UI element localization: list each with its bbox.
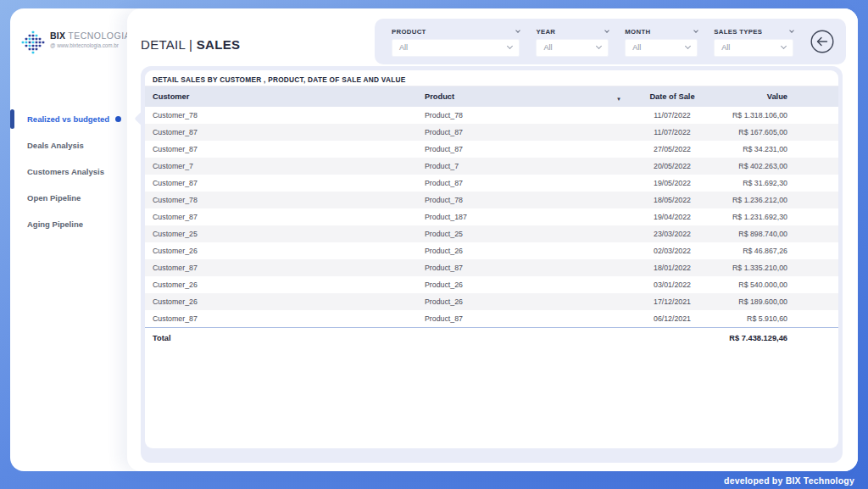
sidebar-item-aging-pipeline[interactable]: Aging Pipeline	[10, 211, 127, 237]
cell-date: 02/03/2022	[621, 247, 723, 255]
table-row[interactable]: Customer_78Product_7811/07/2022R$ 1.318.…	[145, 107, 838, 124]
sidebar-item-label: Aging Pipeline	[27, 219, 83, 229]
table-row[interactable]: Customer_26Product_2602/03/2022R$ 46.867…	[145, 242, 838, 259]
table-row[interactable]: Customer_87Product_8719/05/2022R$ 31.692…	[145, 175, 838, 192]
chevron-down-icon	[596, 42, 602, 48]
table-row[interactable]: Customer_87Product_8718/01/2022R$ 1.335.…	[145, 259, 838, 276]
cell-product: Product_7	[418, 162, 621, 170]
cell-date: 23/03/2022	[621, 230, 723, 238]
chevron-down-icon[interactable]	[604, 28, 609, 33]
cell-value: R$ 167.605,00	[723, 128, 838, 136]
cell-date: 06/12/2021	[621, 314, 723, 323]
filter-dropdown[interactable]: All	[714, 39, 793, 57]
brand-logo: BIX TECNOLOGIA @ www.bixtecnologia.com.b…	[21, 31, 131, 54]
cell-customer: Customer_25	[145, 230, 418, 238]
sidebar-item-open-pipeline[interactable]: Open Pipeline	[10, 185, 127, 211]
filter-sales-types: SALES TYPESAll	[714, 27, 793, 57]
table-row[interactable]: Customer_87Product_18719/04/2022R$ 1.231…	[145, 208, 838, 225]
chevron-down-icon[interactable]	[789, 28, 794, 33]
active-indicator-bar	[10, 109, 14, 129]
cell-value: R$ 898.740,00	[723, 230, 838, 238]
table-row[interactable]: Customer_25Product_2523/03/2022R$ 898.74…	[145, 225, 838, 242]
total-label: Total	[145, 334, 418, 342]
table-body: Customer_78Product_7811/07/2022R$ 1.318.…	[145, 107, 838, 327]
filter-year: YEARAll	[536, 27, 609, 57]
cell-customer: Customer_87	[145, 213, 418, 221]
cell-product: Product_25	[418, 230, 621, 238]
cell-product: Product_187	[418, 213, 621, 221]
column-header-date-of-sale[interactable]: Date of Sale	[621, 92, 723, 101]
cell-customer: Customer_87	[145, 179, 418, 187]
cell-value: R$ 34.231,00	[723, 145, 838, 153]
table-row[interactable]: Customer_26Product_2603/01/2022R$ 540.00…	[145, 276, 838, 293]
sidebar: BIX TECNOLOGIA @ www.bixtecnologia.com.b…	[10, 8, 127, 471]
filter-dropdown[interactable]: All	[625, 39, 698, 57]
sidebar-item-label: Customers Analysis	[27, 167, 104, 176]
cell-customer: Customer_26	[145, 297, 418, 306]
sidebar-item-customers-analysis[interactable]: Customers Analysis	[10, 158, 127, 185]
page-title-regular: DETAIL |	[141, 37, 192, 52]
cell-customer: Customer_87	[145, 145, 418, 153]
sort-descending-icon[interactable]: ▼	[616, 97, 621, 102]
table-row[interactable]: Customer_78Product_7818/05/2022R$ 1.236.…	[145, 192, 838, 208]
detail-sales-table: DETAIL SALES BY CUSTOMER , PRODUCT, DATE…	[145, 70, 838, 448]
filter-dropdown[interactable]: All	[392, 39, 520, 57]
table-row[interactable]: Customer_87Product_8727/05/2022R$ 34.231…	[145, 141, 838, 158]
page-title: DETAIL | SALES	[141, 37, 240, 52]
filter-product: PRODUCTAll	[392, 27, 520, 57]
table-header-row: Customer Product Date of Sale Value ▼	[145, 86, 838, 107]
table-row[interactable]: Customer_7Product_720/05/2022R$ 402.263,…	[145, 158, 838, 175]
cell-date: 11/07/2022	[621, 111, 723, 119]
table-row[interactable]: Customer_26Product_2617/12/2021R$ 189.60…	[145, 293, 838, 310]
cell-date: 03/01/2022	[621, 281, 723, 289]
filter-dropdown[interactable]: All	[536, 39, 609, 57]
cell-product: Product_26	[418, 281, 621, 289]
filter-label: SALES TYPES	[714, 28, 762, 36]
report-page: BIX TECNOLOGIA @ www.bixtecnologia.com.b…	[10, 8, 858, 471]
column-header-value[interactable]: Value	[723, 92, 838, 101]
filter-selected-value: All	[399, 43, 408, 52]
cell-product: Product_26	[418, 297, 621, 306]
chevron-down-icon	[507, 42, 513, 48]
cell-value: R$ 189.600,00	[723, 297, 838, 306]
cell-product: Product_87	[418, 179, 621, 187]
column-header-product[interactable]: Product	[418, 92, 621, 101]
filter-label: YEAR	[536, 28, 555, 36]
chevron-down-icon	[685, 42, 691, 48]
chevron-down-icon[interactable]	[516, 28, 521, 33]
sidebar-item-deals-analysis[interactable]: Deals Analysis	[10, 132, 127, 158]
total-value: R$ 7.438.129,46	[723, 334, 838, 342]
cell-value: R$ 402.263,00	[723, 162, 838, 170]
sidebar-item-label: Open Pipeline	[27, 193, 81, 203]
cell-date: 18/05/2022	[621, 196, 723, 204]
table-panel: DETAIL SALES BY CUSTOMER , PRODUCT, DATE…	[141, 66, 843, 463]
back-button[interactable]	[810, 29, 835, 54]
filter-month: MONTHAll	[625, 27, 698, 57]
arrow-left-circle-icon	[810, 29, 835, 54]
cell-value: R$ 1.236.212,00	[723, 196, 838, 204]
column-header-customer[interactable]: Customer	[145, 92, 418, 101]
sidebar-item-realized-vs-budgeted[interactable]: Realized vs budgeted	[10, 106, 127, 132]
cell-date: 19/04/2022	[621, 213, 723, 221]
cell-product: Product_87	[418, 145, 621, 153]
cell-product: Product_26	[418, 247, 621, 255]
cell-product: Product_87	[418, 128, 621, 136]
cell-customer: Customer_87	[145, 264, 418, 272]
cell-date: 20/05/2022	[621, 162, 723, 170]
filter-label: PRODUCT	[392, 28, 426, 36]
chevron-down-icon[interactable]	[693, 28, 698, 33]
table-row[interactable]: Customer_87Product_8706/12/2021R$ 5.910,…	[145, 310, 838, 327]
cell-customer: Customer_78	[145, 196, 418, 204]
cell-value: R$ 1.231.692,30	[723, 213, 838, 221]
cell-date: 11/07/2022	[621, 128, 723, 136]
cell-customer: Customer_26	[145, 247, 418, 255]
cell-value: R$ 1.318.106,00	[723, 111, 838, 119]
filter-bar: PRODUCTAllYEARAllMONTHAllSALES TYPESAll	[375, 19, 846, 64]
chevron-down-icon	[781, 42, 787, 48]
cell-customer: Customer_78	[145, 111, 418, 119]
cell-date: 19/05/2022	[621, 179, 723, 187]
filter-selected-value: All	[721, 43, 730, 52]
table-row[interactable]: Customer_87Product_8711/07/2022R$ 167.60…	[145, 124, 838, 141]
sidebar-item-label: Deals Analysis	[27, 141, 84, 150]
cell-date: 18/01/2022	[621, 264, 723, 272]
